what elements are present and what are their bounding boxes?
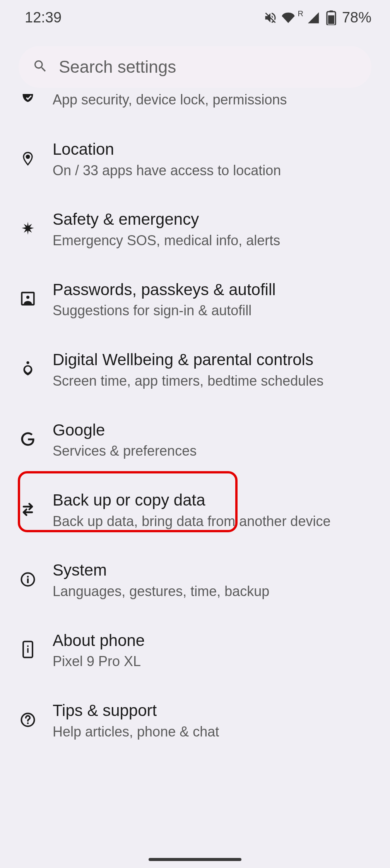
location-icon [21, 150, 35, 169]
help-icon [20, 712, 36, 730]
search-icon [32, 58, 48, 75]
status-right: R 78% [263, 9, 371, 26]
svg-point-8 [27, 576, 29, 578]
item-title: Passwords, passkeys & autofill [53, 279, 276, 301]
svg-rect-1 [329, 10, 333, 12]
settings-item-safety[interactable]: Safety & emergency Emergency SOS, medica… [0, 194, 390, 264]
battery-text: 78% [342, 9, 371, 26]
svg-rect-2 [328, 15, 334, 24]
svg-point-6 [26, 361, 29, 364]
asterisk-icon [20, 220, 36, 238]
signal-icon [306, 11, 320, 25]
item-subtitle: Services & preferences [53, 442, 197, 460]
item-title: Google [53, 420, 197, 441]
item-title: Safety & emergency [53, 209, 280, 230]
item-subtitle: Suggestions for sign-in & autofill [53, 302, 276, 320]
status-bar: 12:39 R 78% [0, 0, 390, 31]
search-placeholder: Search settings [59, 57, 176, 77]
sync-arrows-icon [19, 502, 36, 518]
settings-item-about[interactable]: About phone Pixel 9 Pro XL [0, 615, 390, 685]
status-time: 12:39 [25, 9, 62, 26]
svg-rect-9 [27, 578, 29, 583]
item-subtitle: On / 33 apps have access to location [53, 162, 281, 180]
item-subtitle: Back up data, bring data from another de… [53, 513, 330, 531]
home-indicator[interactable] [149, 858, 241, 861]
settings-item-google[interactable]: Google Services & preferences [0, 405, 390, 475]
person-box-icon [20, 290, 36, 308]
item-subtitle: App security, device lock, permissions [53, 91, 287, 109]
item-subtitle: Pixel 9 Pro XL [53, 653, 145, 671]
settings-item-tips[interactable]: Tips & support Help articles, phone & ch… [0, 685, 390, 755]
info-icon [20, 571, 36, 589]
roaming-label: R [298, 9, 303, 18]
settings-list: App security, device lock, permissions L… [0, 88, 390, 756]
svg-point-3 [27, 155, 29, 158]
digital-wellbeing-icon [20, 360, 36, 379]
item-title: Location [53, 139, 281, 160]
google-icon [20, 431, 36, 449]
item-title: About phone [53, 630, 145, 651]
wifi-icon [281, 11, 295, 25]
settings-item-passwords[interactable]: Passwords, passkeys & autofill Suggestio… [0, 265, 390, 335]
settings-item-location[interactable]: Location On / 33 apps have access to loc… [0, 124, 390, 194]
battery-icon [324, 11, 338, 25]
item-subtitle: Languages, gestures, time, backup [53, 583, 269, 601]
mute-icon [263, 11, 277, 25]
svg-point-5 [26, 296, 29, 299]
item-subtitle: Emergency SOS, medical info, alerts [53, 232, 280, 250]
item-title: Back up or copy data [53, 490, 330, 511]
item-subtitle: Screen time, app timers, bedtime schedul… [53, 372, 323, 390]
phone-info-icon [22, 640, 34, 660]
settings-item-security[interactable]: App security, device lock, permissions [0, 88, 390, 124]
svg-point-14 [27, 722, 29, 724]
item-title: Digital Wellbeing & parental controls [53, 349, 323, 371]
item-title: Tips & support [53, 700, 219, 721]
settings-item-wellbeing[interactable]: Digital Wellbeing & parental controls Sc… [0, 335, 390, 405]
shield-icon [20, 94, 36, 106]
svg-point-11 [27, 646, 29, 647]
item-subtitle: Help articles, phone & chat [53, 723, 219, 741]
settings-item-backup[interactable]: Back up or copy data Back up data, bring… [0, 475, 390, 545]
settings-item-system[interactable]: System Languages, gestures, time, backup [0, 545, 390, 615]
item-title: System [53, 560, 269, 581]
search-bar[interactable]: Search settings [19, 46, 371, 88]
svg-rect-12 [27, 648, 28, 653]
